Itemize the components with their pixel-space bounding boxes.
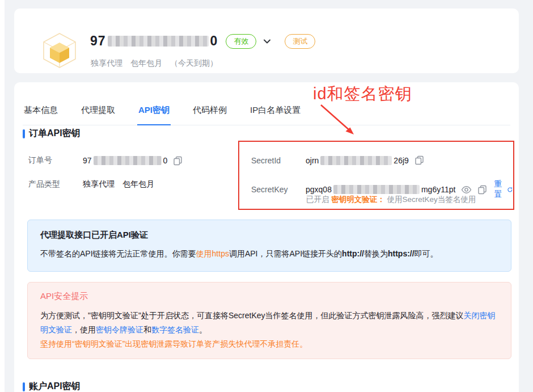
- order-no-label: 订单号: [28, 155, 83, 166]
- api-security-warning-box: API安全提示 为方便测试，"密钥明文验证"处于开启状态，可直接将SecretK…: [27, 282, 511, 359]
- secret-id-row: SecretId ojrn26j9: [251, 155, 424, 165]
- use-https-link[interactable]: 使用https: [196, 249, 229, 258]
- api-key-panel: 基本信息 代理提取 API密钥 代码样例 IP白名单设置 订单API密钥 订单号…: [14, 82, 519, 392]
- tab-proxy-extract[interactable]: 代理提取: [80, 105, 116, 125]
- warning-title: API安全提示: [40, 291, 498, 302]
- warning-body: 为方便测试，"密钥明文验证"处于开启状态，可直接将SecretKey当作签名使用…: [40, 309, 498, 351]
- chevron-down-icon[interactable]: [262, 36, 272, 47]
- secret-key-redacted: [333, 185, 420, 194]
- refresh-icon: [507, 186, 513, 194]
- eye-icon[interactable]: [461, 186, 472, 194]
- tab-basic-info[interactable]: 基本信息: [23, 105, 59, 125]
- section-marker: [23, 129, 25, 138]
- annotation-arrow: [315, 103, 359, 138]
- warning-disclaimer: 坚持使用“密钥明文验证”出现密钥泄露导致订单资产损失快代理不承担责任。: [40, 337, 498, 351]
- test-badge: 测试: [285, 34, 315, 49]
- order-header-card: 970 有效 测试 独享代理 包年包月 （今天到期）: [14, 9, 519, 73]
- info-box-body: 不带签名的API链接将无法正常使用。你需要使用https调用API，只需将API…: [40, 248, 498, 259]
- order-subtitle: 独享代理 包年包月 （今天到期）: [91, 58, 218, 69]
- order-no-value: 970: [83, 156, 167, 165]
- info-box-title: 代理提取接口已开启API验证: [40, 230, 498, 241]
- product-type-row: 产品类型 独享代理 包年包月: [28, 179, 154, 189]
- copy-icon[interactable]: [173, 156, 183, 166]
- order-number-redacted: [108, 36, 209, 47]
- status-badge: 有效: [226, 34, 256, 49]
- copy-icon[interactable]: [414, 155, 424, 165]
- account-api-key-section-title: 账户API密钥: [23, 381, 81, 392]
- order-api-key-section-title: 订单API密钥: [23, 128, 81, 140]
- copy-icon[interactable]: [477, 185, 487, 195]
- secret-highlight-box: SecretId ojrn26j9 SecretKey pgxq08mg6y11…: [238, 141, 514, 210]
- token-verify-link[interactable]: 密钥令牌验证: [96, 325, 143, 334]
- tab-code-samples[interactable]: 代码样例: [192, 105, 228, 125]
- api-verification-info-box: 代理提取接口已开启API验证 不带签名的API链接将无法正常使用。你需要使用ht…: [27, 220, 511, 272]
- section-marker: [23, 382, 25, 391]
- reset-secret-key-button[interactable]: 重置: [494, 179, 513, 200]
- secret-key-value: pgxq08mg6y11pt: [306, 185, 455, 194]
- secret-id-value: ojrn26j9: [306, 156, 409, 165]
- plaintext-verify-note: 已开启 密钥明文验证： 使用SecretKey当签名使用: [306, 195, 476, 205]
- secret-id-label: SecretId: [251, 156, 306, 165]
- page-left-edge: [0, 0, 5, 392]
- tab-bar: 基本信息 代理提取 API密钥 代码样例 IP白名单设置: [23, 105, 510, 125]
- secret-key-label: SecretKey: [251, 185, 306, 194]
- secret-id-redacted: [320, 156, 392, 165]
- order-number: 970: [90, 33, 218, 49]
- order-no-row: 订单号 970: [28, 155, 183, 166]
- tab-api-key[interactable]: API密钥: [137, 105, 171, 125]
- plaintext-verify-highlight: 密钥明文验证：: [331, 195, 385, 204]
- order-no-redacted: [94, 156, 162, 165]
- digital-sign-link[interactable]: 数字签名验证: [151, 325, 199, 334]
- product-cube-icon: [39, 30, 80, 71]
- annotation-text: id和签名密钥: [313, 83, 412, 106]
- tab-ip-whitelist[interactable]: IP白名单设置: [249, 105, 302, 125]
- product-type-value: 独享代理 包年包月: [83, 179, 154, 189]
- product-type-label: 产品类型: [28, 179, 83, 189]
